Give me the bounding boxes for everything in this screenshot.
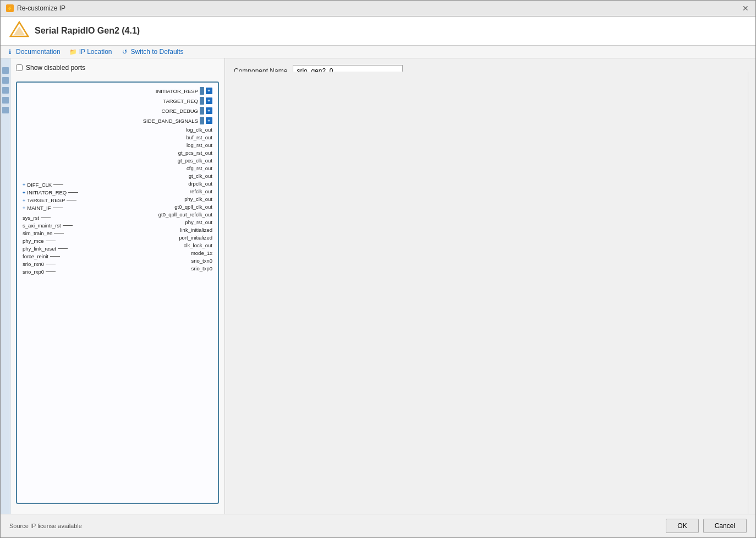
app-icon: ⚡ (6, 4, 14, 12)
show-disabled-ports-checkbox[interactable] (16, 64, 23, 71)
buf-rst-out-label: buf_rst_out (186, 134, 212, 140)
switch-defaults-label: Switch to Defaults (131, 48, 184, 56)
s-axi-row: s_axi_maintr_rst (23, 222, 78, 229)
refresh-icon: ↺ (121, 48, 129, 56)
sidebar-tool-4[interactable] (2, 97, 9, 104)
ip-location-button[interactable]: 📁 IP Location (69, 48, 112, 56)
side-band-bar (200, 117, 204, 124)
gt-pcs-rst-out-label: gt_pcs_rst_out (178, 150, 212, 156)
right-panel: Component Name Basic Shared Logic Mode (225, 58, 755, 514)
phy-mce-row: phy_mce (23, 238, 78, 244)
left-panel: Show disabled ports INITIATOR_RESP + TAR… (10, 58, 225, 514)
toolbar: ℹ Documentation 📁 IP Location ↺ Switch t… (1, 46, 755, 58)
documentation-label: Documentation (16, 48, 61, 56)
right-signals-list: log_clk_out buf_rst_out log_rst_out gt_p… (158, 127, 212, 271)
srio-txp0-label: srio_txp0 (191, 265, 212, 271)
phy-link-reset-line (58, 248, 68, 249)
main-window: ⚡ Re-customize IP ✕ Serial RapidIO Gen2 … (0, 0, 756, 538)
app-header: Serial RapidIO Gen2 (4.1) (1, 17, 755, 46)
log-clk-out-label: log_clk_out (186, 127, 212, 133)
target-req-group: TARGET_REQ + (163, 97, 212, 105)
right-content-scroll: Component Name Basic Shared Logic Mode (225, 58, 755, 72)
force-reinit-row: force_reinit (23, 253, 78, 259)
maint-if-line (53, 208, 63, 208)
phy-mce-line (46, 241, 56, 241)
s-axi-line (63, 225, 73, 226)
initiator-req-row: + INITIATOR_REQ (23, 189, 78, 195)
target-req-bar (200, 97, 204, 105)
ip-diagram: INITIATOR_RESP + TARGET_REQ + CORE_DEBUG… (16, 81, 219, 504)
diff-clk-label: DIFF_CLK (27, 182, 52, 188)
app-title: Serial RapidIO Gen2 (4.1) (35, 26, 140, 36)
sys-rst-row: sys_rst (23, 215, 78, 221)
footer: Source IP license available OK Cancel (1, 514, 755, 537)
cancel-button[interactable]: Cancel (703, 519, 747, 533)
target-resp-expand-btn[interactable]: + (23, 198, 25, 203)
target-resp-label: TARGET_RESP (27, 197, 65, 203)
gt0-qpll-clk-out-label: gt0_qpll_clk_out (174, 204, 212, 210)
gt-clk-out-label: gt_clk_out (189, 173, 212, 179)
s-axi-label: s_axi_maintr_rst (23, 222, 61, 229)
initiator-resp-group: INITIATOR_RESP + (156, 87, 212, 95)
component-name-label: Component Name (234, 67, 287, 72)
folder-icon: 📁 (69, 48, 77, 56)
log-rst-out-label: log_rst_out (187, 142, 212, 148)
gt0-qpll-out-refclk-out-label: gt0_qpll_out_refclk_out (158, 211, 212, 218)
drpclk-out-label: drpclk_out (188, 181, 212, 187)
diff-clk-line (53, 184, 63, 185)
component-name-input[interactable] (293, 65, 403, 72)
target-req-label: TARGET_REQ (163, 98, 198, 104)
mode-1x-label: mode_1x (191, 250, 212, 256)
ok-button[interactable]: OK (666, 519, 698, 533)
info-icon: ℹ (6, 48, 14, 56)
srio-rxp0-row: srio_rxp0 (23, 269, 78, 275)
diff-clk-expand-btn[interactable]: + (23, 182, 25, 188)
sidebar-tool-2[interactable] (2, 77, 9, 84)
initiator-req-expand-btn[interactable]: + (23, 190, 25, 195)
srio-rxn0-line (46, 264, 56, 264)
refclk-out-label: refclk_out (190, 188, 212, 194)
sim-train-label: sim_train_en (23, 230, 52, 236)
maint-if-expand-btn[interactable]: + (23, 205, 25, 211)
side-band-group: SIDE_BAND_SIGNALS + (143, 117, 212, 124)
switch-defaults-button[interactable]: ↺ Switch to Defaults (121, 48, 184, 56)
sidebar-tool-1[interactable] (2, 67, 9, 74)
core-debug-expand-btn[interactable]: + (206, 107, 212, 114)
left-signals-list: + DIFF_CLK + INITIATOR_REQ + TARGET_RESP (23, 182, 78, 275)
force-reinit-label: force_reinit (23, 253, 48, 259)
srio-rxn0-label: srio_rxn0 (23, 261, 44, 267)
title-bar-left: ⚡ Re-customize IP (6, 4, 65, 12)
close-button[interactable]: ✕ (741, 4, 750, 13)
srio-rxp0-line (46, 271, 56, 272)
sidebar-tool-5[interactable] (2, 107, 9, 113)
core-debug-label: CORE_DEBUG (161, 108, 198, 114)
target-req-expand-btn[interactable]: + (206, 97, 212, 104)
license-text: Source IP license available (9, 523, 82, 529)
initiator-req-line (68, 192, 78, 193)
show-disabled-ports-label: Show disabled ports (26, 64, 85, 72)
title-bar: ⚡ Re-customize IP ✕ (1, 1, 755, 17)
srio-rxp0-label: srio_rxp0 (23, 269, 44, 275)
maint-if-row: + MAINT_IF (23, 205, 78, 211)
initiator-resp-expand-btn[interactable]: + (206, 88, 212, 94)
phy-clk-out-label: phy_clk_out (184, 196, 212, 202)
core-debug-bar (200, 107, 204, 115)
inner-sidebar (1, 58, 10, 514)
component-name-row: Component Name (234, 65, 747, 72)
sim-train-row: sim_train_en (23, 230, 78, 236)
target-resp-line (67, 200, 76, 200)
right-scrollbar (748, 72, 755, 514)
sidebar-tool-3[interactable] (2, 87, 9, 94)
phy-mce-label: phy_mce (23, 238, 44, 244)
ip-location-label: IP Location (79, 48, 112, 56)
sim-train-line (54, 233, 64, 233)
initiator-resp-bar (200, 87, 204, 95)
documentation-button[interactable]: ℹ Documentation (6, 48, 61, 56)
initiator-resp-label: INITIATOR_RESP (156, 88, 198, 94)
link-initialized-label: link_initialized (180, 227, 212, 233)
force-reinit-line (50, 256, 60, 257)
side-band-expand-btn[interactable]: + (206, 117, 212, 124)
gt-pcs-clk-out-label: gt_pcs_clk_out (178, 157, 212, 164)
vivado-logo-icon (9, 21, 29, 41)
footer-buttons: OK Cancel (666, 519, 747, 533)
